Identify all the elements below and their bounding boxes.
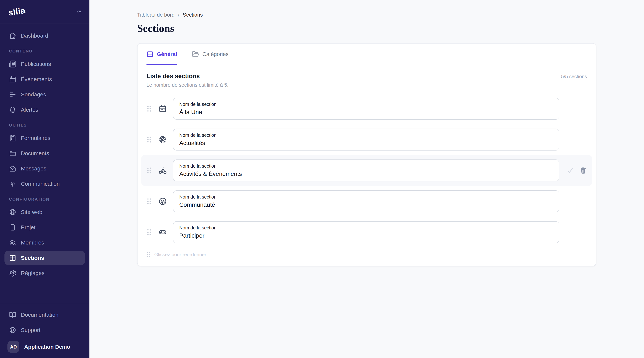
section-name-value: Participer (179, 231, 553, 240)
sidebar-item-site-web[interactable]: Site web (4, 205, 85, 219)
sidebar-item-alertes[interactable]: Alertes (4, 103, 85, 117)
sidebar-item-formulaires[interactable]: Formulaires (4, 131, 85, 145)
sidebar-item-label: Sondages (21, 91, 46, 98)
section-row: Nom de la section À la Une (141, 93, 592, 124)
check-icon (566, 166, 574, 175)
drag-handle-icon[interactable] (146, 228, 152, 236)
sidebar-item-label: Site web (21, 209, 42, 215)
sidebar-item-sondages[interactable]: Sondages (4, 87, 85, 102)
tab-categories[interactable]: Catégories (192, 43, 228, 65)
sidebar-section-contenu: CONTENU (9, 49, 80, 54)
delete-button[interactable] (580, 167, 587, 174)
sidebar-item-documents[interactable]: Documents (4, 146, 85, 160)
main-content: Tableau de bord / Sections Sections Géné… (90, 0, 644, 358)
home-icon (9, 32, 16, 39)
field-label: Nom de la section (179, 163, 553, 169)
sidebar-footer: Documentation Support AD Application Dem… (0, 303, 90, 358)
drag-handle-icon[interactable] (146, 198, 152, 205)
clipboard-icon (9, 134, 16, 142)
newspaper-icon (9, 60, 16, 68)
row-actions (565, 166, 587, 175)
sidebar-item-label: Formulaires (21, 135, 50, 141)
sidebar-item-label: Documents (21, 150, 49, 157)
sidebar-item-sections[interactable]: Sections (4, 251, 85, 265)
sidebar-section-outils: OUTILS (9, 123, 80, 128)
drag-handle-icon[interactable] (146, 105, 152, 112)
sidebar-item-label: Sections (21, 255, 44, 261)
gear-icon (9, 269, 16, 277)
confirm-button[interactable] (566, 166, 574, 175)
tab-label: Général (157, 51, 177, 57)
folder-icon (9, 150, 16, 157)
account-menu[interactable]: AD Application Demo (4, 338, 85, 353)
reorder-hint: Glissez pour réordonner (141, 248, 592, 258)
sections-panel: Liste des sections Le nombre de sections… (138, 65, 596, 266)
sidebar-item-membres[interactable]: Membres (4, 236, 85, 250)
breadcrumb-dashboard-link[interactable]: Tableau de bord (137, 12, 174, 18)
book-open-icon (9, 311, 16, 319)
sidebar-item-evenements[interactable]: Événements (4, 72, 85, 86)
poll-icon (9, 91, 16, 98)
section-name-value: Activités & Événements (179, 170, 553, 178)
section-row-active: Nom de la section Activités & Événements (141, 155, 592, 186)
drag-handle-icon[interactable] (146, 136, 152, 143)
reorder-hint-label: Glissez pour réordonner (154, 252, 206, 258)
sidebar-item-messages[interactable]: Messages (4, 162, 85, 176)
app-root: silia Dashboard CONTENU Publications Évé… (0, 0, 644, 358)
field-label: Nom de la section (179, 194, 553, 200)
sidebar: silia Dashboard CONTENU Publications Évé… (0, 0, 90, 358)
section-row: Nom de la section Communauté (141, 186, 592, 217)
grid-icon (9, 254, 16, 262)
sidebar-item-label: Messages (21, 166, 46, 172)
mail-open-icon (9, 165, 16, 172)
sidebar-item-projet[interactable]: Projet (4, 220, 85, 234)
smartphone-icon (9, 224, 16, 231)
sidebar-item-label: Réglages (21, 270, 44, 276)
section-name-input[interactable]: Nom de la section Communauté (173, 190, 560, 212)
section-row: Nom de la section Actualités (141, 124, 592, 155)
sidebar-item-label: Support (21, 327, 40, 333)
sections-count-badge: 5/5 sections (561, 73, 587, 79)
page-title: Sections (137, 22, 596, 34)
users-icon (9, 239, 16, 246)
drag-handle-icon[interactable] (146, 167, 152, 174)
sidebar-item-label: Documentation (21, 312, 58, 318)
bell-icon (9, 106, 16, 114)
gamepad-section-icon (158, 228, 167, 236)
sections-list: Nom de la section À la Une Nom de la sec… (141, 93, 592, 258)
tab-bar: Général Catégories (138, 43, 596, 65)
sidebar-item-documentation[interactable]: Documentation (4, 308, 85, 322)
section-name-value: Communauté (179, 200, 553, 209)
sidebar-collapse-button[interactable] (74, 7, 84, 16)
section-name-input[interactable]: Nom de la section Actualités (173, 129, 560, 151)
section-name-input[interactable]: Nom de la section Participer (173, 221, 560, 243)
calendar-section-icon (158, 104, 167, 113)
sidebar-item-communication[interactable]: Communication (4, 177, 85, 191)
life-buoy-icon (9, 326, 16, 334)
breadcrumb: Tableau de bord / Sections (137, 12, 596, 18)
section-name-value: À la Une (179, 108, 553, 116)
sidebar-item-dashboard[interactable]: Dashboard (4, 29, 85, 43)
section-name-value: Actualités (179, 139, 553, 147)
sidebar-item-support[interactable]: Support (4, 323, 85, 337)
folder-open-icon (192, 51, 199, 58)
field-label: Nom de la section (179, 225, 553, 231)
panel-collapse-icon (75, 8, 82, 15)
grid-tab-icon (146, 51, 154, 58)
list-header: Liste des sections Le nombre de sections… (146, 73, 587, 88)
sidebar-item-reglages[interactable]: Réglages (4, 266, 85, 280)
sidebar-item-label: Membres (21, 239, 44, 246)
section-name-input[interactable]: Nom de la section À la Une (173, 98, 560, 120)
section-name-input[interactable]: Nom de la section Activités & Événements (173, 160, 560, 181)
list-subtitle: Le nombre de sections est limité à 5. (146, 82, 228, 88)
smile-section-icon (158, 197, 167, 206)
sidebar-item-label: Événements (21, 76, 52, 82)
list-title: Liste des sections (146, 73, 228, 80)
sidebar-item-publications[interactable]: Publications (4, 57, 85, 71)
sidebar-nav: Dashboard CONTENU Publications Événement… (0, 23, 90, 281)
tab-label: Catégories (202, 51, 228, 57)
tab-general[interactable]: Général (146, 43, 177, 65)
field-label: Nom de la section (179, 132, 553, 138)
sidebar-section-configuration: CONFIGURATION (9, 197, 80, 202)
broadcast-icon (9, 180, 16, 187)
